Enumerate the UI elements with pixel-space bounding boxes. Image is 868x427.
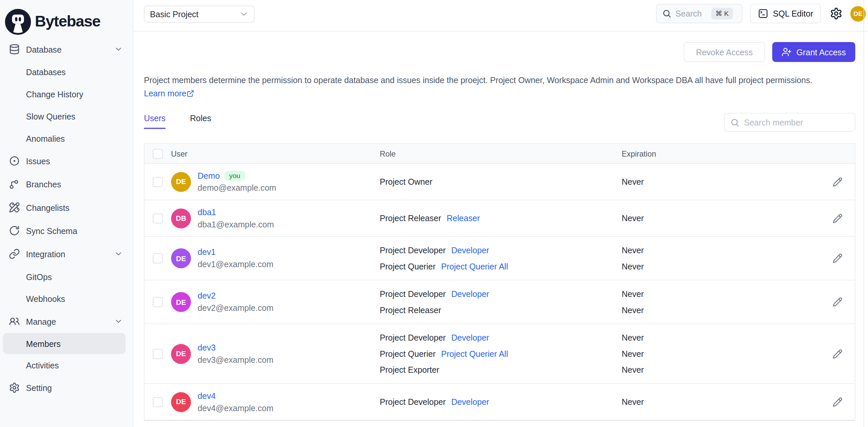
role-link[interactable]: Project Querier All bbox=[441, 262, 508, 271]
member-name-link[interactable]: dba1 bbox=[198, 206, 216, 218]
sidebar-item-label: Change History bbox=[26, 89, 84, 99]
member-email: dev2@example.com bbox=[198, 302, 274, 314]
gear-icon bbox=[9, 382, 20, 393]
sidebar-item-label: Database bbox=[26, 45, 62, 54]
sidebar-item-manage[interactable]: Manage bbox=[0, 310, 133, 333]
row-checkbox[interactable] bbox=[153, 213, 163, 223]
global-search[interactable]: ⌘ K bbox=[656, 4, 742, 23]
sidebar-item-label: GitOps bbox=[26, 272, 52, 281]
member-search-input[interactable] bbox=[744, 118, 849, 127]
scrollbar-track[interactable] bbox=[864, 0, 864, 427]
bytebase-logo-text: Bytebase bbox=[35, 12, 100, 30]
row-checkbox[interactable] bbox=[153, 253, 163, 263]
member-name-link[interactable]: Demo bbox=[198, 169, 220, 182]
tab-roles[interactable]: Roles bbox=[190, 113, 211, 129]
topbar: Basic Project ⌘ K SQL Editor bbox=[133, 0, 868, 31]
edit-member-button[interactable] bbox=[833, 213, 842, 223]
sidebar-item-slow-queries[interactable]: Slow Queries bbox=[0, 105, 133, 127]
topbar-right: ⌘ K SQL Editor DE bbox=[656, 4, 866, 23]
settings-gear-icon[interactable] bbox=[830, 7, 842, 20]
expiration-text: Never bbox=[621, 330, 809, 346]
sidebar-item-activities[interactable]: Activities bbox=[0, 354, 133, 376]
member-search[interactable] bbox=[724, 113, 856, 132]
sidebar-item-changelists[interactable]: Changelists bbox=[0, 196, 133, 219]
edit-member-button[interactable] bbox=[833, 397, 842, 407]
members-table: User Role Expiration DE Demoyou demo@exa… bbox=[144, 143, 855, 421]
chevron-down-icon bbox=[114, 45, 123, 54]
role-link[interactable]: Developer bbox=[451, 289, 489, 299]
role-text: Project Releaser bbox=[380, 214, 441, 223]
sidebar-item-anomalies[interactable]: Anomalies bbox=[0, 127, 133, 149]
table-row: DE dev4 dev4@example.com Project Develop… bbox=[145, 384, 855, 420]
sidebar-item-gitops[interactable]: GitOps bbox=[0, 265, 133, 288]
role-link[interactable]: Developer bbox=[451, 397, 489, 406]
sidebar-item-integration[interactable]: Integration bbox=[0, 242, 133, 265]
sidebar-item-sync-schema[interactable]: Sync Schema bbox=[0, 219, 133, 242]
sidebar-item-webhooks[interactable]: Webhooks bbox=[0, 288, 133, 310]
tab-users[interactable]: Users bbox=[144, 113, 165, 129]
member-email: dev3@example.com bbox=[198, 354, 274, 366]
role-link[interactable]: Developer bbox=[451, 333, 489, 342]
role-text: Project Exporter bbox=[380, 365, 439, 374]
edit-member-button[interactable] bbox=[833, 297, 842, 307]
member-name-link[interactable]: dev2 bbox=[198, 290, 216, 302]
role-link[interactable]: Project Querier All bbox=[441, 349, 508, 358]
sidebar-item-issues[interactable]: Issues bbox=[0, 149, 133, 172]
sidebar-item-branches[interactable]: Branches bbox=[0, 172, 133, 196]
sidebar-item-database[interactable]: Database bbox=[0, 38, 133, 61]
member-email: dba1@example.com bbox=[198, 218, 274, 230]
expiration-text: Never bbox=[621, 302, 809, 318]
sql-editor-label: SQL Editor bbox=[773, 9, 813, 18]
sidebar-item-label: Anomalies bbox=[26, 134, 65, 143]
member-name-link[interactable]: dev1 bbox=[198, 246, 216, 259]
learn-more-link[interactable]: Learn more bbox=[144, 88, 186, 98]
column-header-role: Role bbox=[380, 149, 621, 158]
row-checkbox[interactable] bbox=[153, 397, 163, 407]
revoke-access-button[interactable]: Revoke Access bbox=[684, 42, 765, 62]
member-name-link[interactable]: dev4 bbox=[198, 390, 216, 402]
you-badge: you bbox=[224, 170, 246, 180]
table-row: DE Demoyou demo@example.com Project Owne… bbox=[145, 164, 855, 200]
expiration-text: Never bbox=[621, 242, 809, 258]
bytebase-logo[interactable]: Bytebase bbox=[0, 0, 133, 38]
sidebar-item-label: Slow Queries bbox=[26, 111, 75, 121]
sidebar-item-databases[interactable]: Databases bbox=[0, 61, 133, 83]
branch-icon bbox=[9, 179, 20, 190]
expiration-text: Never bbox=[621, 362, 809, 378]
expiration-text: Never bbox=[621, 286, 809, 302]
role-link[interactable]: Releaser bbox=[446, 214, 480, 223]
chevron-down-icon bbox=[239, 9, 248, 19]
avatar: DE bbox=[171, 172, 191, 192]
page-description: Project members determine the permission… bbox=[144, 73, 834, 100]
sidebar-item-setting[interactable]: Setting bbox=[0, 376, 133, 399]
changelist-icon bbox=[9, 202, 20, 213]
member-name-link[interactable]: dev3 bbox=[198, 341, 216, 354]
issue-icon bbox=[9, 156, 20, 166]
sidebar-item-label: Issues bbox=[26, 156, 50, 165]
sync-icon bbox=[9, 225, 20, 236]
grant-access-button[interactable]: Grant Access bbox=[772, 42, 856, 62]
role-text: Project Owner bbox=[380, 177, 432, 186]
sql-editor-button[interactable]: SQL Editor bbox=[750, 4, 821, 23]
project-selector[interactable]: Basic Project bbox=[144, 6, 254, 23]
row-checkbox[interactable] bbox=[153, 349, 163, 359]
sidebar-item-change-history[interactable]: Change History bbox=[0, 83, 133, 105]
row-checkbox[interactable] bbox=[153, 177, 163, 187]
search-input[interactable] bbox=[676, 9, 708, 18]
sidebar-item-members[interactable]: Members bbox=[3, 333, 126, 354]
sidebar-item-label: Changelists bbox=[26, 203, 69, 212]
select-all-checkbox[interactable] bbox=[153, 149, 163, 159]
member-email: demo@example.com bbox=[198, 182, 276, 194]
avatar: DB bbox=[171, 208, 191, 228]
sidebar-item-label: Integration bbox=[26, 249, 65, 259]
edit-member-button[interactable] bbox=[833, 349, 842, 359]
avatar: DE bbox=[171, 392, 191, 412]
edit-member-button[interactable] bbox=[833, 177, 842, 187]
row-checkbox[interactable] bbox=[153, 297, 163, 307]
expiration-text: Never bbox=[621, 210, 809, 226]
bytebase-logo-icon bbox=[5, 9, 31, 35]
edit-member-button[interactable] bbox=[833, 253, 842, 263]
role-link[interactable]: Developer bbox=[451, 245, 489, 255]
search-icon bbox=[730, 118, 740, 127]
member-email: dev1@example.com bbox=[198, 258, 274, 270]
